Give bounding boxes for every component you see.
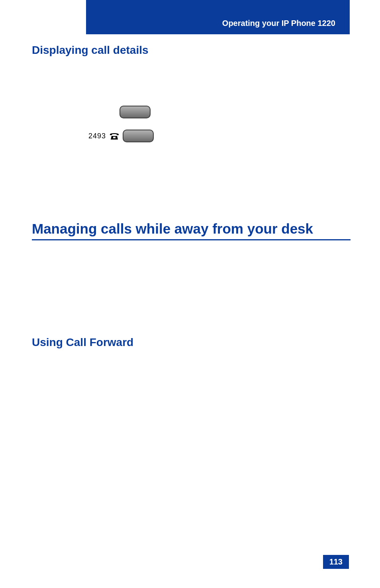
soft-key-button: [119, 106, 151, 118]
line-key-button: [123, 130, 154, 142]
phone-keys-illustration: 2493: [88, 106, 154, 142]
heading-displaying-call-details: Displaying call details: [32, 44, 149, 57]
page-number: 113: [323, 555, 349, 569]
header-title: Operating your IP Phone 1220: [222, 19, 335, 28]
line-key-row: 2493: [88, 130, 154, 142]
extension-label: 2493: [88, 132, 106, 140]
heading-using-call-forward: Using Call Forward: [32, 336, 133, 349]
heading-managing-calls: Managing calls while away from your desk: [32, 221, 351, 240]
header-bar: Operating your IP Phone 1220: [86, 0, 350, 34]
phone-icon: [109, 132, 119, 140]
svg-rect-0: [113, 137, 116, 138]
